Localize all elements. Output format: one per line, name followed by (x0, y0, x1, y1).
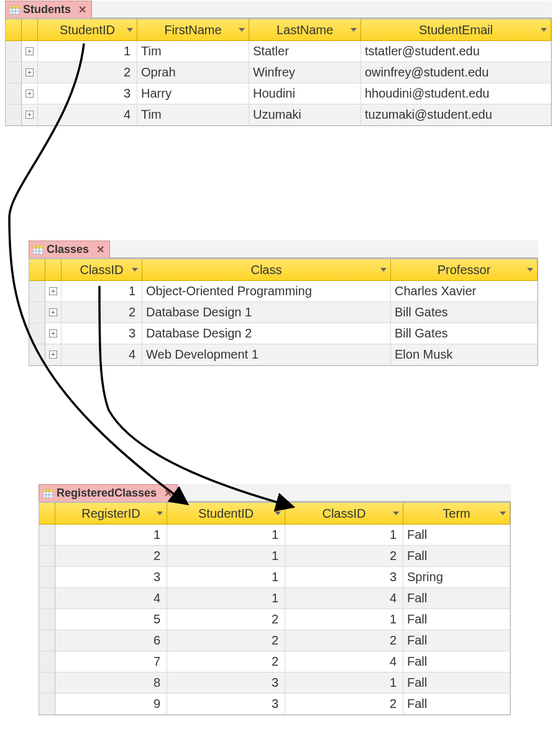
table-row[interactable]: 622Fall (39, 630, 510, 651)
row-selector[interactable] (39, 546, 55, 566)
expand-row-button[interactable]: + (49, 308, 57, 316)
cell[interactable]: Fall (403, 546, 510, 566)
cell[interactable]: 3 (55, 567, 167, 587)
tab-students[interactable]: Students ✕ (5, 1, 92, 18)
cell[interactable]: Fall (403, 588, 510, 608)
expand-row-button[interactable]: + (25, 90, 34, 98)
cell[interactable]: 1 (167, 525, 285, 545)
cell-firstname[interactable]: Tim (137, 104, 249, 125)
table-row[interactable]: 724Fall (39, 651, 510, 672)
expand-row-button[interactable]: + (49, 351, 57, 359)
cell[interactable]: 4 (285, 588, 403, 608)
row-selector[interactable] (39, 609, 55, 630)
cell[interactable]: Fall (403, 630, 510, 651)
cell[interactable]: 1 (285, 609, 403, 630)
row-selector[interactable] (6, 41, 22, 62)
expand-row-button[interactable]: + (25, 47, 34, 55)
cell-classid[interactable]: 4 (62, 344, 142, 365)
cell[interactable]: 3 (285, 567, 403, 587)
cell-professor[interactable]: Bill Gates (391, 302, 538, 323)
cell-class[interactable]: Database Design 2 (142, 323, 391, 344)
cell[interactable]: Spring (403, 567, 510, 587)
cell-studentid[interactable]: 2 (38, 62, 137, 83)
table-row[interactable]: + 2 Oprah Winfrey owinfrey@student.edu (6, 62, 551, 83)
cell-lastname[interactable]: Winfrey (249, 62, 361, 83)
cell[interactable]: 7 (55, 651, 167, 672)
tab-classes[interactable]: Classes ✕ (29, 241, 110, 258)
cell[interactable]: Fall (403, 694, 510, 714)
close-icon[interactable]: ✕ (96, 244, 104, 255)
col-studentid[interactable]: StudentID (38, 19, 137, 40)
cell[interactable]: 8 (55, 672, 167, 693)
table-row[interactable]: + 2 Database Design 1 Bill Gates (29, 302, 538, 323)
cell[interactable]: 5 (55, 609, 167, 630)
cell[interactable]: 1 (167, 546, 285, 566)
col-registerid[interactable]: RegisterID (55, 503, 167, 524)
expand-row-button[interactable]: + (49, 287, 57, 295)
cell[interactable]: 1 (285, 672, 403, 693)
table-row[interactable]: + 1 Object-Oriented Programming Charles … (29, 281, 538, 302)
cell[interactable]: 2 (285, 546, 403, 566)
col-class[interactable]: Class (142, 259, 391, 280)
tab-registeredclasses[interactable]: RegisteredClasses ✕ (39, 484, 178, 502)
row-selector[interactable] (39, 630, 55, 651)
table-row[interactable]: + 4 Tim Uzumaki tuzumaki@student.edu (6, 104, 551, 126)
row-selector[interactable] (39, 694, 55, 714)
row-selector[interactable] (39, 672, 55, 693)
select-all-cell[interactable] (39, 503, 55, 524)
cell-class[interactable]: Database Design 1 (142, 302, 391, 323)
select-all-cell[interactable] (29, 259, 45, 280)
col-studentemail[interactable]: StudentEmail (361, 19, 551, 40)
col-term[interactable]: Term (403, 503, 510, 524)
cell[interactable]: 1 (55, 525, 167, 545)
cell[interactable]: 9 (55, 694, 167, 714)
table-row[interactable]: 831Fall (39, 672, 510, 694)
close-icon[interactable]: ✕ (164, 487, 172, 499)
cell-classid[interactable]: 3 (62, 323, 142, 344)
col-classid[interactable]: ClassID (285, 503, 403, 524)
cell[interactable]: 2 (167, 609, 285, 630)
cell-studentid[interactable]: 1 (38, 41, 137, 62)
cell-studentemail[interactable]: tuzumaki@student.edu (361, 104, 551, 125)
cell-professor[interactable]: Charles Xavier (391, 281, 538, 301)
cell-firstname[interactable]: Tim (137, 41, 249, 62)
cell[interactable]: 2 (167, 630, 285, 651)
expand-row-button[interactable]: + (25, 68, 34, 76)
row-selector[interactable] (39, 588, 55, 608)
row-selector[interactable] (39, 651, 55, 672)
cell-firstname[interactable]: Harry (137, 83, 249, 104)
cell-studentemail[interactable]: hhoudini@student.edu (361, 83, 551, 104)
table-row[interactable]: 313Spring (39, 567, 510, 588)
cell[interactable]: 3 (167, 672, 285, 693)
cell-studentemail[interactable]: owinfrey@student.edu (361, 62, 551, 83)
cell-firstname[interactable]: Oprah (137, 62, 249, 83)
cell-studentid[interactable]: 3 (38, 83, 137, 104)
cell[interactable]: Fall (403, 672, 510, 693)
cell-lastname[interactable]: Uzumaki (249, 104, 361, 125)
cell[interactable]: 4 (285, 651, 403, 672)
col-lastname[interactable]: LastName (249, 19, 361, 40)
cell[interactable]: 4 (55, 588, 167, 608)
row-selector[interactable] (29, 344, 45, 365)
cell-studentid[interactable]: 4 (38, 104, 137, 125)
cell[interactable]: Fall (403, 525, 510, 545)
cell[interactable]: 2 (167, 651, 285, 672)
table-row[interactable]: 414Fall (39, 588, 510, 609)
cell-professor[interactable]: Bill Gates (391, 323, 538, 344)
select-all-cell[interactable] (6, 19, 22, 40)
row-selector[interactable] (29, 323, 45, 344)
col-studentid[interactable]: StudentID (167, 503, 285, 524)
cell[interactable]: 2 (285, 694, 403, 714)
cell[interactable]: Fall (403, 609, 510, 630)
cell-classid[interactable]: 2 (62, 302, 142, 323)
row-selector[interactable] (29, 281, 45, 301)
table-row[interactable]: 521Fall (39, 609, 510, 630)
row-selector[interactable] (6, 62, 22, 83)
row-selector[interactable] (39, 567, 55, 587)
col-professor[interactable]: Professor (391, 259, 538, 280)
row-selector[interactable] (6, 104, 22, 125)
cell[interactable]: 6 (55, 630, 167, 651)
cell[interactable]: Fall (403, 651, 510, 672)
table-row[interactable]: 212Fall (39, 546, 510, 567)
cell-class[interactable]: Object-Oriented Programming (142, 281, 391, 301)
